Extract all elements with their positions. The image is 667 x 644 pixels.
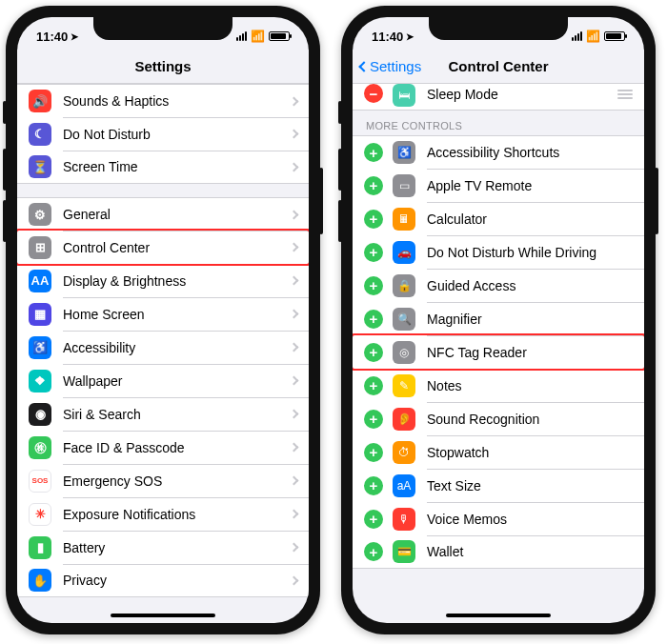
status-time: 11:40 [372, 30, 403, 44]
row-label: Emergency SOS [63, 473, 291, 489]
chevron-right-icon [290, 410, 299, 419]
settings-row[interactable]: ▦Home Screen [17, 297, 309, 331]
control-row[interactable]: +👂Sound Recognition [353, 402, 644, 435]
settings-list[interactable]: 🔊Sounds & Haptics☾Do Not Disturb⏳Screen … [17, 84, 309, 623]
settings-row[interactable]: ▮Battery [17, 531, 309, 564]
mute-switch[interactable] [3, 101, 7, 124]
control-icon: ▭ [393, 174, 415, 197]
row-label: NFC Tag Reader [427, 345, 633, 360]
control-row[interactable]: +💳Wallet [353, 535, 644, 569]
chevron-right-icon [290, 243, 299, 252]
mute-switch[interactable] [338, 101, 342, 124]
volume-up-button[interactable] [3, 149, 7, 191]
control-icon: 🖩 [393, 208, 415, 231]
settings-row[interactable]: 🔊Sounds & Haptics [17, 84, 309, 117]
back-button[interactable]: Settings [360, 58, 421, 74]
app-icon: 🔊 [29, 90, 51, 112]
chevron-right-icon [290, 310, 299, 319]
cellular-signal-icon [236, 31, 247, 41]
volume-down-button[interactable] [3, 200, 7, 242]
control-row[interactable]: −🛏Sleep Mode [353, 84, 644, 111]
control-row[interactable]: +🔍Magnifier [353, 302, 644, 335]
nav-bar: Settings Control Center [353, 50, 644, 84]
wifi-icon: 📶 [586, 30, 600, 43]
control-icon: ◎ [393, 341, 415, 364]
settings-row[interactable]: ✳Exposure Notifications [17, 497, 309, 531]
page-title: Settings [134, 58, 191, 74]
settings-row[interactable]: ⚙General [17, 197, 309, 231]
home-indicator[interactable] [446, 614, 551, 617]
chevron-left-icon [358, 61, 369, 71]
row-label: Battery [63, 540, 291, 555]
app-icon: ☾ [29, 123, 51, 146]
control-row[interactable]: +🔒Guided Access [353, 269, 644, 302]
row-label: Privacy [63, 573, 291, 588]
home-indicator[interactable] [111, 614, 215, 617]
power-button[interactable] [655, 168, 658, 234]
control-row[interactable]: +aAText Size [353, 469, 644, 502]
control-icon: aA [393, 474, 415, 497]
add-button[interactable]: + [364, 143, 383, 162]
control-row[interactable]: +♿Accessibility Shortcuts [353, 135, 644, 169]
add-button[interactable]: + [364, 376, 383, 395]
settings-row[interactable]: ☾Do Not Disturb [17, 117, 309, 151]
row-label: Accessibility [63, 340, 291, 355]
add-button[interactable]: + [364, 410, 383, 429]
add-button[interactable]: + [364, 243, 383, 262]
settings-row[interactable]: ✋Privacy [17, 564, 309, 597]
add-button[interactable]: + [364, 176, 383, 195]
settings-row[interactable]: ⏳Screen Time [17, 151, 309, 184]
app-icon: ⚙ [29, 203, 51, 226]
control-center-list[interactable]: −🛏Sleep ModeMore Controls+♿Accessibility… [353, 84, 644, 623]
settings-row[interactable]: AADisplay & Brightness [17, 264, 309, 297]
app-icon: ◉ [29, 403, 51, 426]
add-button[interactable]: + [364, 443, 383, 462]
row-label: General [63, 207, 291, 222]
row-label: Wallpaper [63, 373, 291, 389]
add-button[interactable]: + [364, 476, 383, 495]
control-row[interactable]: +🚗Do Not Disturb While Driving [353, 235, 644, 269]
settings-row[interactable]: ❖Wallpaper [17, 364, 309, 397]
settings-row[interactable]: ◉Siri & Search [17, 397, 309, 431]
add-button[interactable]: + [364, 276, 383, 295]
volume-down-button[interactable] [338, 200, 342, 242]
wifi-icon: 📶 [251, 30, 265, 43]
control-icon: 🎙 [393, 508, 415, 531]
control-row[interactable]: +🖩Calculator [353, 202, 644, 235]
add-button[interactable]: + [364, 343, 383, 362]
control-icon: 🔍 [393, 308, 415, 331]
row-label: Text Size [427, 478, 633, 493]
settings-row[interactable]: ⊞Control Center [17, 231, 309, 264]
control-row[interactable]: +✎Notes [353, 369, 644, 402]
control-row[interactable]: +⏱Stopwatch [353, 435, 644, 469]
app-icon: ♿ [29, 336, 51, 359]
nav-bar: Settings [17, 50, 309, 84]
settings-row[interactable]: ♿Accessibility [17, 331, 309, 364]
add-button[interactable]: + [364, 542, 383, 561]
row-label: Notes [427, 378, 633, 393]
settings-row[interactable]: ㊑Face ID & Passcode [17, 431, 309, 464]
power-button[interactable] [319, 168, 323, 234]
control-row[interactable]: +◎NFC Tag Reader [353, 335, 644, 369]
phone-left: 11:40 ➤ 📶 Settings 🔊Sounds & Haptics☾Do … [6, 6, 320, 634]
page-title: Control Center [449, 58, 549, 74]
remove-button[interactable]: − [364, 84, 383, 103]
location-icon: ➤ [71, 31, 78, 42]
chevron-right-icon [290, 543, 299, 553]
add-button[interactable]: + [364, 510, 383, 529]
status-time: 11:40 [36, 30, 68, 44]
row-label: Siri & Search [63, 407, 291, 422]
row-label: Do Not Disturb [63, 127, 291, 142]
reorder-handle[interactable] [617, 90, 633, 99]
chevron-right-icon [290, 376, 299, 386]
app-icon: ⊞ [29, 236, 51, 259]
control-icon: 💳 [393, 540, 415, 563]
settings-row[interactable]: SOSEmergency SOS [17, 464, 309, 497]
add-button[interactable]: + [364, 310, 383, 329]
control-row[interactable]: +▭Apple TV Remote [353, 169, 644, 202]
app-icon: ▮ [29, 536, 51, 559]
control-row[interactable]: +🎙Voice Memos [353, 502, 644, 535]
volume-up-button[interactable] [338, 149, 342, 191]
chevron-right-icon [290, 476, 299, 486]
add-button[interactable]: + [364, 210, 383, 229]
